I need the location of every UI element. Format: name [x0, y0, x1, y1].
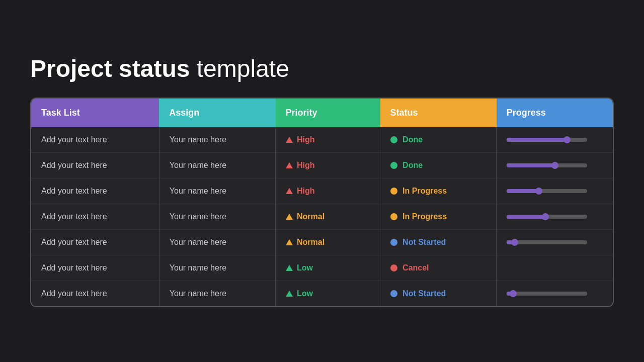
priority-label: Low [297, 263, 313, 273]
status-dot [390, 213, 397, 220]
assign-cell[interactable]: Your name here [159, 153, 275, 178]
progress-cell[interactable] [497, 153, 613, 178]
progress-thumb[interactable] [564, 136, 571, 143]
status-label: Done [403, 161, 423, 170]
col-header-progress: Progress [497, 99, 613, 127]
progress-cell[interactable] [497, 230, 613, 255]
progress-thumb[interactable] [511, 239, 518, 246]
progress-cell[interactable] [497, 281, 613, 307]
priority-cell: High [276, 153, 380, 178]
table-row: Add your text hereYour name hereLowCance… [31, 255, 613, 281]
status-label: Done [403, 135, 423, 144]
status-label: In Progress [403, 187, 447, 196]
progress-bar [507, 292, 587, 296]
priority-icon [286, 188, 293, 194]
progress-thumb[interactable] [542, 213, 549, 220]
progress-cell[interactable] [497, 127, 613, 153]
status-dot [390, 136, 397, 143]
priority-cell: Low [276, 255, 380, 281]
table-row: Add your text hereYour name hereHighDone [31, 153, 613, 178]
status-dot [390, 290, 397, 297]
priority-icon [286, 291, 293, 297]
progress-thumb[interactable] [510, 290, 517, 297]
progress-bar [507, 163, 587, 167]
progress-fill [507, 189, 539, 193]
table-row: Add your text hereYour name hereLowNot S… [31, 281, 613, 307]
priority-label: High [297, 161, 315, 170]
col-header-task: Task List [31, 99, 159, 127]
table-row: Add your text hereYour name hereHighIn P… [31, 178, 613, 204]
status-label: Not Started [403, 289, 446, 298]
assign-cell[interactable]: Your name here [159, 178, 275, 204]
status-cell: Done [380, 127, 497, 153]
col-header-priority: Priority [276, 99, 380, 127]
priority-label: Normal [297, 212, 325, 221]
priority-icon [286, 214, 293, 220]
assign-cell[interactable]: Your name here [159, 281, 275, 307]
task-cell[interactable]: Add your text here [31, 230, 159, 255]
task-cell[interactable]: Add your text here [31, 127, 159, 153]
progress-fill [507, 138, 567, 142]
project-status-table: Task List Assign Priority Status Progres… [30, 98, 614, 307]
priority-icon [286, 162, 293, 168]
progress-thumb[interactable] [551, 162, 558, 169]
status-cell: Not Started [380, 230, 497, 255]
assign-cell[interactable]: Your name here [159, 127, 275, 153]
status-cell: In Progress [380, 178, 497, 204]
progress-fill [507, 163, 555, 167]
status-label: Not Started [403, 238, 446, 247]
status-cell: Cancel [380, 255, 497, 281]
progress-bar [507, 138, 587, 142]
priority-label: Low [297, 289, 313, 298]
priority-label: High [297, 135, 315, 144]
priority-cell: High [276, 178, 380, 204]
status-dot [390, 162, 397, 169]
status-label: In Progress [403, 212, 447, 221]
page-title: Project status template [30, 55, 289, 82]
priority-cell: Normal [276, 204, 380, 230]
status-dot [390, 264, 397, 272]
progress-cell[interactable] [497, 178, 613, 204]
task-cell[interactable]: Add your text here [31, 255, 159, 281]
priority-cell: Normal [276, 230, 380, 255]
assign-cell[interactable]: Your name here [159, 204, 275, 230]
progress-cell[interactable] [497, 255, 613, 281]
status-cell: Not Started [380, 281, 497, 307]
progress-fill [507, 215, 545, 219]
assign-cell[interactable]: Your name here [159, 255, 275, 281]
col-header-assign: Assign [159, 99, 275, 127]
status-dot [390, 239, 397, 246]
table-row: Add your text hereYour name hereNormalNo… [31, 230, 613, 255]
priority-icon [286, 137, 293, 143]
status-cell: Done [380, 153, 497, 178]
status-label: Cancel [403, 263, 429, 273]
priority-icon [286, 265, 293, 271]
priority-cell: Low [276, 281, 380, 307]
status-cell: In Progress [380, 204, 497, 230]
progress-bar [507, 240, 587, 244]
col-header-status: Status [380, 99, 497, 127]
table-row: Add your text hereYour name hereHighDone [31, 127, 613, 153]
progress-thumb[interactable] [535, 188, 542, 195]
priority-label: High [297, 187, 315, 196]
priority-icon [286, 239, 293, 245]
task-cell[interactable]: Add your text here [31, 204, 159, 230]
progress-bar [507, 215, 587, 219]
status-dot [390, 188, 397, 195]
task-cell[interactable]: Add your text here [31, 153, 159, 178]
table-row: Add your text hereYour name hereNormalIn… [31, 204, 613, 230]
task-cell[interactable]: Add your text here [31, 178, 159, 204]
progress-bar [507, 189, 587, 193]
task-cell[interactable]: Add your text here [31, 281, 159, 307]
priority-cell: High [276, 127, 380, 153]
assign-cell[interactable]: Your name here [159, 230, 275, 255]
priority-label: Normal [297, 238, 325, 247]
progress-cell[interactable] [497, 204, 613, 230]
